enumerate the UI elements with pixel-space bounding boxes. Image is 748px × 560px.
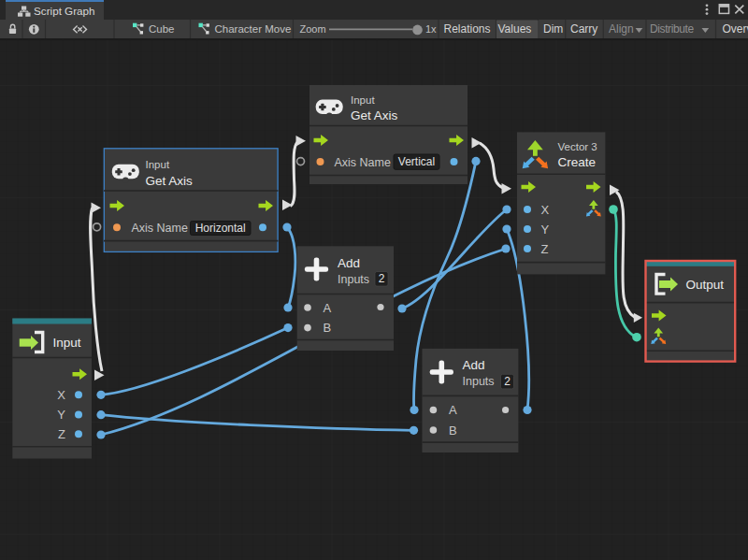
svg-text:1x: 1x [425,23,437,35]
svg-text:Overv: Overv [723,22,748,36]
svg-text:Horizontal: Horizontal [195,222,246,235]
svg-text:2: 2 [379,272,385,285]
svg-text:Add: Add [463,358,485,372]
svg-text:Inputs: Inputs [463,375,495,388]
svg-text:Character Move: Character Move [215,23,292,35]
svg-text:X: X [57,388,65,402]
svg-text:Script Graph: Script Graph [34,5,95,17]
svg-text:X: X [541,203,550,217]
svg-text:Z: Z [58,427,65,441]
svg-text:Input: Input [53,336,81,350]
svg-text:Axis Name: Axis Name [335,156,391,169]
svg-text:Y: Y [57,408,65,422]
svg-text:2: 2 [504,375,511,388]
svg-text:Vector 3: Vector 3 [558,141,597,152]
svg-text:Carry: Carry [570,22,597,36]
svg-text:Zoom: Zoom [300,23,326,35]
svg-text:B: B [449,424,457,438]
svg-text:Align: Align [609,22,634,36]
svg-text:A: A [449,403,457,417]
svg-text:Get Axis: Get Axis [351,108,398,122]
svg-text:Add: Add [338,256,360,270]
svg-text:Dim: Dim [543,22,563,36]
svg-text:Inputs: Inputs [338,273,369,286]
svg-text:Input: Input [146,159,170,170]
svg-text:Create: Create [558,155,597,169]
svg-text:Vertical: Vertical [398,155,435,168]
svg-text:A: A [324,301,332,315]
svg-text:Cube: Cube [149,23,175,35]
svg-text:Z: Z [541,242,549,256]
svg-text:Distribute: Distribute [650,22,694,36]
svg-text:Axis Name: Axis Name [132,222,188,235]
svg-text:Relations: Relations [444,22,491,36]
svg-text:Get Axis: Get Axis [146,174,194,188]
svg-text:Output: Output [686,278,725,292]
svg-text:Input: Input [351,94,375,106]
svg-text:Values: Values [498,22,532,36]
svg-text:Y: Y [541,223,550,237]
svg-text:B: B [324,321,332,335]
